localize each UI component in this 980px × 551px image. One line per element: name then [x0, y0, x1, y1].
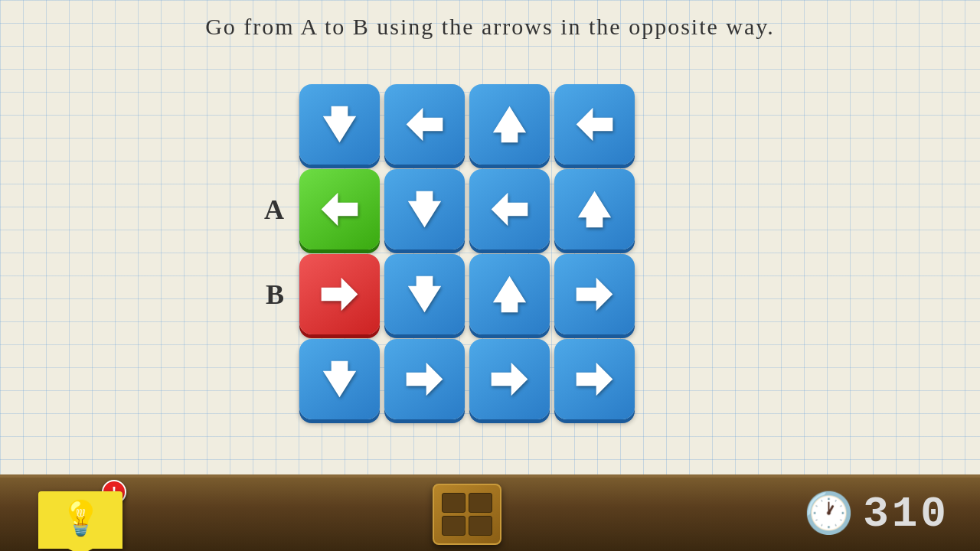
- grid-row-1: A: [299, 169, 635, 249]
- timer-display: 310: [863, 490, 949, 539]
- svg-marker-6: [492, 193, 528, 226]
- grid-row-3: [299, 339, 635, 419]
- svg-marker-4: [322, 193, 358, 226]
- clock-icon: 🕐: [804, 490, 854, 539]
- bottom-bar: ! 💡 🕐 310: [0, 474, 980, 551]
- instruction-text: Go from A to B using the arrows in the o…: [0, 14, 980, 40]
- svg-marker-11: [577, 278, 613, 311]
- tile-2-3[interactable]: [554, 254, 635, 334]
- menu-button[interactable]: [433, 484, 501, 545]
- grid-row-2: B: [299, 254, 635, 334]
- svg-marker-2: [493, 106, 526, 143]
- tile-3-0[interactable]: [299, 339, 380, 419]
- svg-marker-8: [322, 278, 358, 311]
- svg-marker-3: [577, 108, 613, 141]
- label-B: B: [246, 279, 284, 311]
- svg-marker-13: [407, 363, 443, 396]
- svg-marker-10: [493, 276, 526, 313]
- menu-square-3: [442, 516, 466, 536]
- svg-marker-14: [492, 363, 528, 396]
- tile-1-1[interactable]: [384, 169, 465, 249]
- tile-2-0[interactable]: [299, 254, 380, 334]
- tile-0-1[interactable]: [384, 84, 465, 165]
- menu-square-1: [442, 493, 466, 513]
- hint-paper: 💡: [38, 491, 122, 549]
- tile-1-3[interactable]: [554, 169, 635, 249]
- tile-1-2[interactable]: [469, 169, 550, 249]
- tile-3-3[interactable]: [554, 339, 635, 419]
- svg-marker-12: [323, 361, 356, 398]
- tile-0-0[interactable]: [299, 84, 380, 165]
- tile-1-0[interactable]: [299, 169, 380, 249]
- grid-row-0: [299, 84, 635, 165]
- tile-0-2[interactable]: [469, 84, 550, 165]
- timer-area: 🕐 310: [804, 490, 949, 539]
- svg-marker-15: [577, 363, 613, 396]
- tile-3-1[interactable]: [384, 339, 465, 419]
- svg-marker-9: [408, 276, 441, 313]
- game-grid: A B: [299, 84, 635, 419]
- svg-marker-1: [407, 108, 443, 141]
- tile-2-2[interactable]: [469, 254, 550, 334]
- menu-square-2: [469, 493, 492, 513]
- hint-bulb-icon: 💡: [60, 504, 102, 537]
- tile-2-1[interactable]: [384, 254, 465, 334]
- svg-marker-5: [408, 191, 441, 228]
- label-A: A: [246, 194, 284, 226]
- tile-3-2[interactable]: [469, 339, 550, 419]
- tile-0-3[interactable]: [554, 84, 635, 165]
- svg-marker-7: [578, 191, 611, 228]
- menu-square-4: [469, 516, 492, 536]
- svg-marker-0: [323, 106, 356, 143]
- hint-button[interactable]: ! 💡: [31, 480, 130, 549]
